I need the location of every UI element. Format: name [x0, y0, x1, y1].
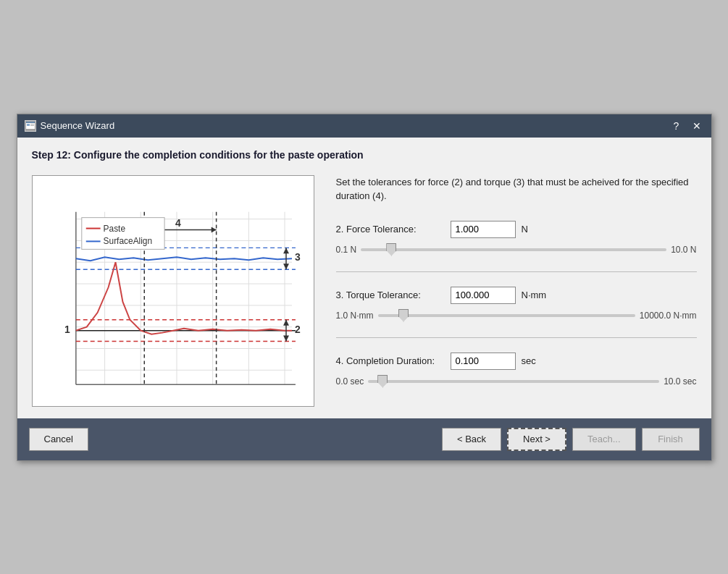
- torque-tolerance-unit: N·mm: [522, 290, 547, 300]
- help-button[interactable]: ?: [669, 120, 684, 132]
- next-button[interactable]: Next >: [507, 428, 566, 451]
- title-bar-left: Sequence Wizard: [25, 120, 115, 132]
- main-row: 4 3 2 1: [32, 175, 697, 407]
- svg-text:4: 4: [175, 216, 181, 228]
- back-button[interactable]: < Back: [442, 428, 501, 451]
- duration-slider[interactable]: [368, 374, 659, 389]
- footer-right: < Back Next > Teach... Finish: [442, 428, 700, 451]
- force-slider[interactable]: [361, 242, 666, 257]
- torque-slider-max: 10000.0 N·mm: [640, 311, 697, 321]
- completion-duration-unit: sec: [522, 355, 536, 366]
- torque-slider-min: 1.0 N·mm: [336, 311, 374, 321]
- finish-button[interactable]: Finish: [642, 428, 700, 451]
- torque-tolerance-label: 3. Torque Tolerance:: [336, 290, 445, 300]
- svg-text:2: 2: [295, 323, 301, 334]
- footer: Cancel < Back Next > Teach... Finish: [17, 418, 711, 460]
- chart-container: 4 3 2 1: [32, 175, 314, 407]
- main-window: Sequence Wizard ? ✕ Step 12: Configure t…: [17, 114, 712, 461]
- window-title: Sequence Wizard: [41, 120, 115, 131]
- force-tolerance-unit: N: [522, 224, 528, 235]
- completion-duration-input[interactable]: [451, 353, 516, 370]
- force-slider-row: 0.1 N 10.0 N: [336, 242, 697, 257]
- torque-tolerance-input[interactable]: [451, 287, 516, 304]
- force-tolerance-row: 2. Force Tolerance: N: [336, 221, 697, 238]
- force-tolerance-section: 2. Force Tolerance: N 0.1 N 10.0 N: [336, 221, 697, 257]
- svg-text:Paste: Paste: [103, 223, 125, 233]
- torque-tolerance-row: 3. Torque Tolerance: N·mm: [336, 287, 697, 304]
- svg-text:SurfaceAlign: SurfaceAlign: [103, 236, 152, 246]
- duration-slider-min: 0.0 sec: [336, 376, 364, 387]
- description-text: Set the tolerances for force (2) and tor…: [336, 175, 697, 203]
- svg-text:1: 1: [64, 323, 70, 334]
- torque-tolerance-section: 3. Torque Tolerance: N·mm 1.0 N·mm 10000…: [336, 287, 697, 323]
- torque-slider[interactable]: [378, 308, 635, 323]
- force-slider-min: 0.1 N: [336, 245, 357, 255]
- completion-duration-section: 4. Completion Duration: sec 0.0 sec 10.0…: [336, 353, 697, 389]
- force-tolerance-label: 2. Force Tolerance:: [336, 224, 445, 235]
- svg-rect-5: [30, 125, 34, 126]
- content-area: Step 12: Configure the completion condit…: [17, 138, 711, 418]
- svg-rect-3: [27, 124, 30, 126]
- title-bar: Sequence Wizard ? ✕: [17, 114, 711, 138]
- completion-duration-label: 4. Completion Duration:: [336, 355, 445, 366]
- step-title: Step 12: Configure the completion condit…: [32, 149, 697, 161]
- completion-duration-row: 4. Completion Duration: sec: [336, 353, 697, 370]
- chart-svg: 4 3 2 1: [33, 176, 314, 406]
- cancel-button[interactable]: Cancel: [29, 428, 88, 451]
- svg-rect-2: [26, 122, 35, 123]
- force-slider-max: 10.0 N: [671, 245, 696, 255]
- close-button[interactable]: ✕: [690, 120, 704, 132]
- svg-rect-4: [30, 124, 34, 124]
- duration-slider-row: 0.0 sec 10.0 sec: [336, 374, 697, 389]
- svg-text:3: 3: [295, 251, 301, 263]
- svg-rect-6: [33, 176, 314, 406]
- right-panel: Set the tolerances for force (2) and tor…: [336, 175, 697, 389]
- footer-left: Cancel: [29, 428, 88, 451]
- duration-slider-max: 10.0 sec: [664, 376, 696, 387]
- title-bar-controls: ? ✕: [669, 120, 704, 132]
- torque-slider-row: 1.0 N·mm 10000.0 N·mm: [336, 308, 697, 323]
- window-icon: [25, 120, 36, 132]
- teach-button[interactable]: Teach...: [572, 428, 636, 451]
- force-tolerance-input[interactable]: [451, 221, 516, 238]
